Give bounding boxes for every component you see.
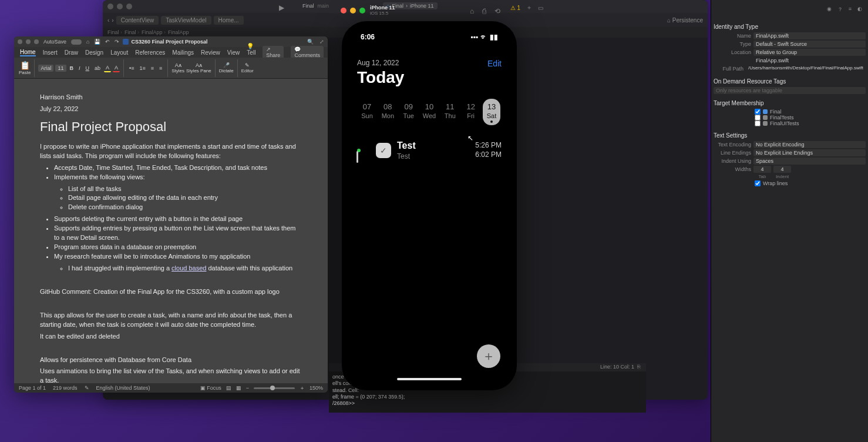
tab-width[interactable]: 4 xyxy=(753,166,771,173)
undo-icon[interactable]: ↶ xyxy=(105,39,110,45)
inspector-tab-icon[interactable]: ≡ xyxy=(849,6,852,19)
day-cell[interactable]: 09Tue xyxy=(400,99,418,125)
day-cell[interactable]: 10Wed xyxy=(420,99,438,125)
task-row[interactable]: ✓ Test Test 5:26 PM 6:02 PM xyxy=(357,140,502,160)
paragraph: GitHub Comment: Creation of the Final Ap… xyxy=(40,287,302,297)
tab-review[interactable]: Review xyxy=(201,49,220,56)
plus-icon[interactable]: ＋ xyxy=(526,4,532,12)
page[interactable]: Harrison Smith July 22, 2022 Final Proje… xyxy=(20,83,322,383)
editor-tab[interactable]: ContentView xyxy=(116,16,159,25)
line-endings-select[interactable]: No Explicit Line Endings xyxy=(753,149,866,156)
wrap-lines-checkbox[interactable]: Wrap lines xyxy=(714,180,866,186)
bold-button[interactable]: B xyxy=(68,65,76,72)
date-label: Aug 12, 2022 xyxy=(357,59,404,67)
bullets-button[interactable]: •≡ xyxy=(127,65,136,72)
target-checkbox[interactable]: Final xyxy=(714,109,866,115)
word-traffic-lights[interactable] xyxy=(18,39,39,44)
tab-draw[interactable]: Draw xyxy=(65,49,78,56)
encoding-select[interactable]: No Explicit Encoding xyxy=(753,141,866,148)
tab-home[interactable]: Home xyxy=(20,49,36,56)
screenshot-icon[interactable]: ⎙ xyxy=(482,7,486,15)
tab-view[interactable]: View xyxy=(227,49,240,56)
search-icon[interactable]: 🔍 xyxy=(307,39,314,45)
language[interactable]: English (United States) xyxy=(96,385,150,391)
paste-icon[interactable]: 📋 xyxy=(19,61,31,70)
save-icon[interactable]: 💾 xyxy=(94,39,100,45)
share-button[interactable]: ↗ Share xyxy=(263,46,284,59)
editor-tab[interactable]: TaskViewModel xyxy=(161,16,211,25)
name-field[interactable]: FinalApp.swift xyxy=(753,32,866,39)
zoom-in[interactable]: ＋ xyxy=(300,384,305,392)
highlight-button[interactable]: A xyxy=(104,64,111,72)
xcode-traffic-lights[interactable] xyxy=(107,4,132,9)
add-task-button[interactable]: ＋ xyxy=(477,344,500,368)
numbers-button[interactable]: 1≡ xyxy=(137,65,147,72)
tab-design[interactable]: Design xyxy=(85,49,103,56)
strike-button[interactable]: ab xyxy=(93,65,102,72)
type-select[interactable]: Default - Swift Source xyxy=(753,41,866,48)
zoom-slider[interactable] xyxy=(254,387,295,389)
day-cell-active[interactable]: 13Sat xyxy=(483,99,500,125)
inspector-tab-icon[interactable]: ？ xyxy=(837,6,843,19)
target-checkbox[interactable]: FinalTests xyxy=(714,115,866,120)
library-icon[interactable]: ▭ xyxy=(538,5,543,11)
day-cell[interactable]: 12Fri xyxy=(462,99,480,125)
view-icon[interactable]: ▤ xyxy=(226,385,231,391)
fwd-icon[interactable]: › xyxy=(112,17,113,24)
tab-layout[interactable]: Layout xyxy=(110,49,128,56)
align-left-button[interactable]: ≡ xyxy=(149,65,156,72)
iphone-screen[interactable]: 6:06 ▪▪▪ᯤ▮▮ Aug 12, 2022 Today Edit 07Su… xyxy=(349,28,510,383)
document-area[interactable]: Harrison Smith July 22, 2022 Final Proje… xyxy=(14,79,328,383)
zoom-value[interactable]: 150% xyxy=(309,385,323,391)
inspector-tab-icon[interactable]: ◉ xyxy=(827,6,832,19)
inspector-tab-icon[interactable]: ◐ xyxy=(857,6,862,19)
styles-icon[interactable]: Aᴀ xyxy=(171,62,184,68)
indent-width[interactable]: 4 xyxy=(773,166,791,173)
location-select[interactable]: Relative to Group xyxy=(753,49,866,56)
underline-button[interactable]: U xyxy=(84,65,92,72)
page-count[interactable]: Page 1 of 1 xyxy=(19,385,46,391)
tab-references[interactable]: References xyxy=(135,49,165,56)
week-strip[interactable]: 07Sun 08Mon 09Tue 10Wed 11Thu 12Fri 13Sa… xyxy=(358,99,500,125)
tab-mailings[interactable]: Mailings xyxy=(172,49,194,56)
font-select[interactable]: Arial xyxy=(38,65,53,72)
run-button[interactable]: ▶ xyxy=(279,4,284,12)
size-select[interactable]: 11 xyxy=(55,65,66,72)
zoom-out[interactable]: − xyxy=(246,385,249,391)
indent-select[interactable]: Spaces xyxy=(753,158,866,165)
checkbox-icon[interactable]: ✓ xyxy=(376,143,391,158)
bullet-list: Accepts Date, Time Started, Time Ended, … xyxy=(54,163,302,273)
edit-button[interactable]: Edit xyxy=(487,59,502,68)
sim-traffic-lights[interactable] xyxy=(341,8,365,14)
home-icon[interactable]: ⌂ xyxy=(470,7,474,15)
target-checkbox[interactable]: FinalUITests xyxy=(714,120,866,126)
view-icon[interactable]: ▦ xyxy=(236,385,241,391)
back-icon[interactable]: ‹ xyxy=(107,17,109,24)
dictate-icon[interactable]: 🎤 xyxy=(219,62,234,68)
autosave-toggle[interactable]: AutoSave xyxy=(43,39,66,45)
redo-icon[interactable]: ↷ xyxy=(115,39,119,45)
home-icon[interactable]: ⌂ xyxy=(86,39,89,45)
color-button[interactable]: A xyxy=(113,64,120,72)
sim-device: iPhone 11 xyxy=(370,5,395,11)
wifi-icon: ᯤ xyxy=(480,33,487,41)
persistence-tab[interactable]: ⌂ Persistence xyxy=(667,17,703,24)
italic-button[interactable]: I xyxy=(77,65,82,72)
align-center-button[interactable]: ≡ xyxy=(157,65,164,72)
rotate-icon[interactable]: ⟲ xyxy=(494,7,500,15)
home-indicator[interactable] xyxy=(397,378,462,380)
styles-pane-icon[interactable]: Aᴀ xyxy=(186,62,211,68)
day-cell[interactable]: 11Thu xyxy=(441,99,459,125)
toggle-icon[interactable] xyxy=(71,39,82,45)
day-cell[interactable]: 07Sun xyxy=(358,99,376,125)
scheme-sub: main xyxy=(318,3,329,9)
spell-icon[interactable]: ✎ xyxy=(85,385,89,391)
focus-button[interactable]: ▣ Focus xyxy=(200,385,221,391)
tab-insert[interactable]: Insert xyxy=(43,49,58,56)
editor-icon[interactable]: ✎ xyxy=(241,62,254,68)
word-count[interactable]: 219 words xyxy=(53,385,78,391)
day-cell[interactable]: 08Mon xyxy=(379,99,396,125)
comments-button[interactable]: 💬 Comments xyxy=(291,46,324,59)
ribbon-toggle-icon[interactable]: ⤢ xyxy=(319,39,324,45)
editor-tab[interactable]: Home... xyxy=(214,16,244,25)
